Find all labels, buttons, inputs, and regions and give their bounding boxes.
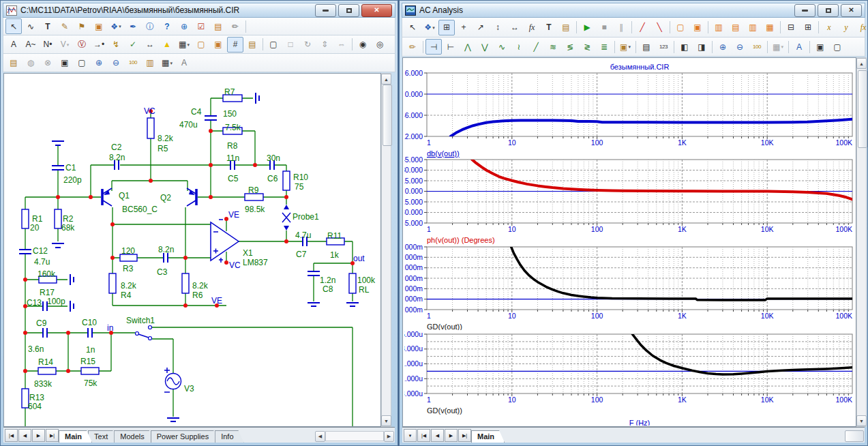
restore-button[interactable]: [338, 4, 359, 17]
negative-slope-button[interactable]: ╲: [651, 20, 668, 35]
cursor-preview-right-button[interactable]: ◨: [693, 39, 710, 55]
zoom-out-button[interactable]: ⊖: [108, 55, 124, 71]
go-to-crossing-button[interactable]: ≋: [545, 39, 561, 55]
scroll-right-icon[interactable]: ▶: [384, 431, 394, 442]
plot-canvas[interactable]: безымянный.CIR6.0000.000-6.000-12.000110…: [402, 57, 856, 427]
clear-marks-button[interactable]: ⊗: [40, 55, 56, 71]
point-tag-mode-button[interactable]: ↗: [473, 20, 489, 35]
cursor-mode-button[interactable]: +: [455, 20, 472, 35]
tab-nav-1[interactable]: ◀: [431, 429, 444, 442]
node-voltages-toggle[interactable]: V▾: [57, 37, 73, 53]
select-region-button[interactable]: ▢: [672, 20, 689, 35]
horizontal-axis-toggle[interactable]: ⊟: [783, 20, 799, 35]
tab-info[interactable]: Info: [215, 430, 243, 443]
close-button[interactable]: ✕: [841, 4, 862, 17]
scrollbar-thumb[interactable]: [858, 70, 867, 148]
copy-image-button[interactable]: ▥: [142, 55, 158, 71]
scrollbar-thumb[interactable]: [383, 85, 392, 146]
web-link-button[interactable]: ⊕: [176, 18, 192, 34]
analysis-titlebar[interactable]: AC Analysis ✕: [402, 3, 865, 18]
positive-slope-button[interactable]: ╱: [634, 20, 650, 35]
scroll-track[interactable]: [325, 431, 384, 441]
cursor-right-button[interactable]: ⊢: [443, 39, 459, 55]
next-local-max-button[interactable]: ≷: [579, 39, 595, 55]
info-mode-tool[interactable]: ⓘ: [142, 18, 158, 34]
stop-button[interactable]: ■: [596, 20, 612, 35]
error-check-toggle[interactable]: ✓: [125, 37, 141, 53]
grid-pattern-button[interactable]: ▦▾: [159, 55, 175, 71]
go-to-valley-button[interactable]: ⋁: [477, 39, 493, 55]
plot-4[interactable]: 5.000u3.000u1.000u-1.000u-3.000u1101001K…: [404, 330, 854, 426]
performance-tag-mode-button[interactable]: fx: [524, 20, 540, 35]
find-similar-button[interactable]: ◉: [355, 37, 371, 53]
select-tool[interactable]: ↖: [404, 20, 421, 35]
meters-toggle[interactable]: Ⓥ: [74, 37, 90, 53]
tab-list-dropdown[interactable]: ▾: [404, 429, 417, 442]
fx-cursor-button[interactable]: fx: [855, 20, 868, 35]
minimize-button[interactable]: [315, 4, 336, 17]
scroll-up-icon[interactable]: ▲: [381, 74, 391, 85]
y-cursor-button[interactable]: y: [838, 20, 854, 35]
tab-main[interactable]: Main: [59, 430, 92, 443]
help-mode-tool[interactable]: ?: [159, 18, 175, 34]
tab-main[interactable]: Main: [471, 430, 505, 443]
node-numbers-toggle[interactable]: N•: [40, 37, 56, 53]
flip-y-button[interactable]: ⇕: [316, 37, 333, 53]
select-box-button[interactable]: ▢: [265, 37, 282, 53]
go-to-peak-button[interactable]: ⋀: [460, 39, 476, 55]
bring-front-button[interactable]: ▣: [812, 39, 828, 55]
grid-pattern-button[interactable]: ▦▾: [770, 39, 786, 55]
x-cursor-button[interactable]: x: [821, 20, 837, 35]
analysis-vertical-scrollbar[interactable]: ▲ ▼: [856, 57, 867, 427]
scroll-up-icon[interactable]: ▲: [856, 58, 867, 69]
properties-button[interactable]: ▤: [244, 37, 260, 53]
component-browser-button[interactable]: ▣: [91, 18, 107, 34]
shape-picker-button[interactable]: ❖▾: [108, 18, 124, 34]
shape-picker-button[interactable]: ❖▾: [421, 20, 438, 35]
horizontal-tag-mode-button[interactable]: ↔: [507, 20, 523, 35]
scroll-left-icon[interactable]: ◀: [315, 431, 325, 442]
tab-nav-0[interactable]: |◀: [417, 429, 430, 442]
warning-toggle[interactable]: ▲: [159, 37, 175, 53]
tab-models[interactable]: Models: [114, 430, 154, 443]
schematic-canvas[interactable]: C1220pR120R268kC124.7uC28.2n8.2kR5R7150C…: [3, 73, 381, 427]
minimize-button[interactable]: [794, 4, 815, 17]
rotate-button[interactable]: ↻: [299, 37, 316, 53]
zoom-100-button[interactable]: 100: [749, 39, 765, 55]
attribute-text-toggle[interactable]: A: [5, 37, 22, 53]
zoom-100-button[interactable]: 100: [125, 55, 141, 71]
tab-text[interactable]: Text: [88, 430, 118, 443]
tab-nav-3[interactable]: ▶|: [46, 429, 59, 442]
text-mode-button[interactable]: T: [541, 20, 557, 35]
text-page-button[interactable]: ▣: [210, 37, 226, 53]
zoom-in-button[interactable]: ⊕: [715, 39, 731, 55]
pause-button[interactable]: ∥: [613, 20, 629, 35]
go-to-inflection-button[interactable]: ∿: [494, 39, 510, 55]
scroll-down-icon[interactable]: ▼: [381, 415, 391, 426]
next-local-min-button[interactable]: ≶: [562, 39, 578, 55]
tab-power-supplies[interactable]: Power Supplies: [151, 430, 219, 443]
font-button[interactable]: A: [791, 39, 807, 55]
data-points-toggle[interactable]: ▥: [710, 20, 727, 35]
text-mode-tool[interactable]: T: [40, 18, 56, 34]
select-tool[interactable]: ↖: [5, 18, 22, 34]
component-list-button[interactable]: ▤: [210, 18, 226, 34]
tab-nav-0[interactable]: |◀: [5, 429, 18, 442]
tab-nav-3[interactable]: ▶|: [458, 429, 471, 442]
tab-nav-2[interactable]: ▶: [32, 429, 45, 442]
close-button[interactable]: ✕: [361, 4, 392, 17]
currents-toggle[interactable]: ↯: [108, 37, 124, 53]
plot-2[interactable]: 45.00030.00015.0000.000-15.000-30.000-45…: [404, 155, 854, 246]
run-button[interactable]: ▶: [579, 20, 595, 35]
bring-front-button[interactable]: ▣: [57, 55, 73, 71]
graphics-mode-tool[interactable]: ✎: [57, 18, 73, 34]
region-box-button[interactable]: □: [282, 37, 299, 53]
cross-area-toggle[interactable]: ↔: [142, 37, 158, 53]
resize-grip[interactable]: [845, 430, 864, 442]
send-back-button[interactable]: ▢: [829, 39, 845, 55]
ruler-toggle[interactable]: ▥: [745, 20, 761, 35]
zoom-out-button[interactable]: ⊖: [732, 39, 748, 55]
grid-toggle[interactable]: ▦▾: [176, 37, 192, 53]
plus-mark-toggle[interactable]: ▦: [762, 20, 778, 35]
schematic-horizontal-scrollbar[interactable]: ◀ ▶: [315, 430, 394, 442]
